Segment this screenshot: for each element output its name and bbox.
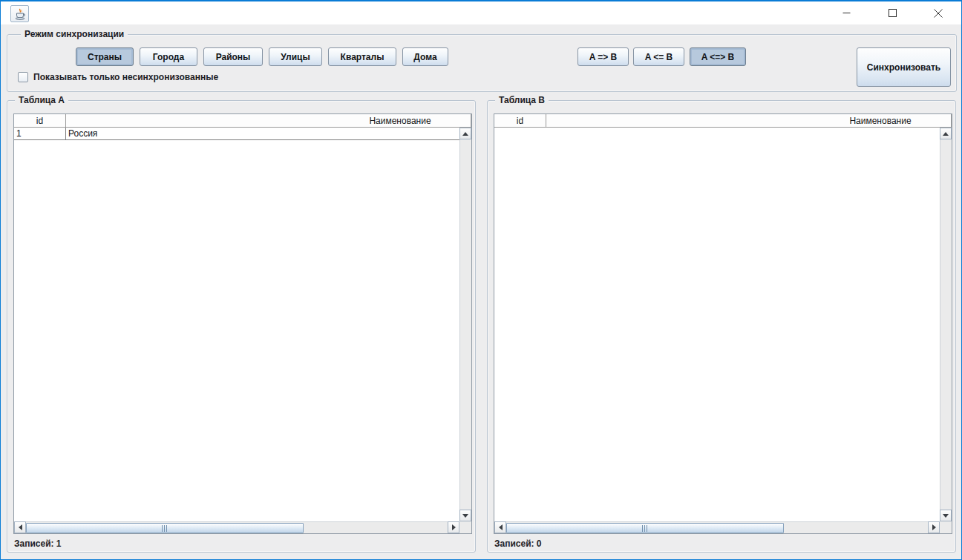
- table-a-horizontal-scrollbar[interactable]: [14, 521, 459, 533]
- arrow-up-icon: [462, 132, 468, 136]
- table-a-panel: Таблица A id Наименование 1 Россия: [7, 100, 476, 553]
- minimize-icon: [842, 9, 851, 17]
- scroll-left-button[interactable]: [14, 521, 26, 533]
- arrow-right-icon: [452, 524, 456, 530]
- table-b-header-id[interactable]: id: [494, 114, 546, 128]
- window-controls: [823, 1, 961, 24]
- table-a-title: Таблица A: [15, 95, 68, 106]
- synchronize-button[interactable]: Синхронизовать: [857, 47, 951, 87]
- table-b-header: id Наименование: [494, 114, 952, 128]
- direction-button-two-way[interactable]: A <=> B: [690, 47, 746, 66]
- entity-button-houses[interactable]: Дома: [402, 47, 448, 66]
- thumb-grip: [642, 525, 648, 532]
- table-b-title: Таблица B: [495, 95, 549, 106]
- entity-button-cities[interactable]: Города: [140, 47, 197, 66]
- scroll-right-button[interactable]: [448, 521, 459, 533]
- scrollbar-corner: [940, 521, 952, 533]
- maximize-button[interactable]: [869, 1, 915, 24]
- arrow-left-icon: [19, 524, 22, 530]
- checkbox-icon[interactable]: [18, 72, 28, 82]
- scroll-up-button[interactable]: [940, 128, 952, 139]
- table-a-record-count: Записей: 1: [14, 538, 62, 549]
- cell-id[interactable]: 1: [14, 128, 66, 139]
- maximize-icon: [889, 9, 897, 17]
- table-a-scrollpane: id Наименование 1 Россия: [13, 113, 472, 534]
- table-b-vertical-scrollbar[interactable]: [940, 128, 952, 521]
- arrow-left-icon: [499, 524, 503, 530]
- table-a-header-id[interactable]: id: [14, 114, 66, 128]
- entity-button-countries[interactable]: Страны: [76, 47, 134, 66]
- minimize-button[interactable]: [823, 1, 869, 24]
- table-b-record-count: Записей: 0: [494, 538, 542, 549]
- thumb-grip: [162, 525, 168, 532]
- table-b-header-name[interactable]: Наименование: [546, 114, 952, 128]
- direction-button-b-to-a[interactable]: A <= B: [633, 47, 684, 66]
- arrow-up-icon: [943, 132, 949, 136]
- entity-button-districts[interactable]: Районы: [203, 47, 263, 66]
- table-a-header: id Наименование: [14, 114, 471, 128]
- table-a-vertical-scrollbar[interactable]: [459, 128, 471, 521]
- direction-button-a-to-b[interactable]: A => B: [577, 47, 629, 66]
- table-row[interactable]: 1 Россия: [14, 128, 459, 140]
- scroll-down-button[interactable]: [459, 510, 471, 521]
- arrow-down-icon: [462, 514, 468, 518]
- horizontal-scroll-thumb[interactable]: [506, 523, 784, 533]
- scroll-left-button[interactable]: [494, 521, 506, 533]
- entity-button-streets[interactable]: Улицы: [269, 47, 322, 66]
- titlebar[interactable]: [1, 1, 961, 24]
- sync-mode-panel: Режим синхронизации Страны Города Районы…: [7, 34, 957, 92]
- table-a-header-name[interactable]: Наименование: [66, 114, 471, 128]
- close-icon: [934, 9, 943, 18]
- show-unsynced-checkbox[interactable]: Показывать только несинхронизованные: [18, 72, 218, 82]
- sync-panel-title: Режим синхронизации: [21, 29, 128, 40]
- system-menu-button[interactable]: [10, 5, 29, 22]
- table-a-viewport[interactable]: 1 Россия: [14, 128, 459, 521]
- table-b-scrollpane: id Наименование: [494, 113, 952, 534]
- table-b-horizontal-scrollbar[interactable]: [494, 521, 940, 533]
- scroll-up-button[interactable]: [459, 128, 471, 139]
- cell-name[interactable]: Россия: [66, 128, 459, 139]
- scroll-right-button[interactable]: [928, 521, 940, 533]
- table-b-header-name-label: Наименование: [546, 116, 952, 126]
- scrollbar-corner: [459, 521, 471, 533]
- horizontal-scroll-thumb[interactable]: [26, 523, 304, 533]
- table-b-viewport[interactable]: [494, 128, 940, 521]
- java-coffee-cup-icon: [13, 8, 27, 20]
- checkbox-label: Показывать только несинхронизованные: [33, 72, 218, 82]
- application-window: Режим синхронизации Страны Города Районы…: [0, 0, 962, 560]
- arrow-down-icon: [943, 514, 949, 518]
- close-button[interactable]: [915, 1, 961, 24]
- scroll-down-button[interactable]: [940, 510, 952, 521]
- arrow-right-icon: [932, 524, 936, 530]
- table-b-panel: Таблица B id Наименование Записей: 0: [487, 100, 956, 553]
- table-a-header-name-label: Наименование: [66, 116, 471, 126]
- entity-button-blocks[interactable]: Кварталы: [328, 47, 396, 66]
